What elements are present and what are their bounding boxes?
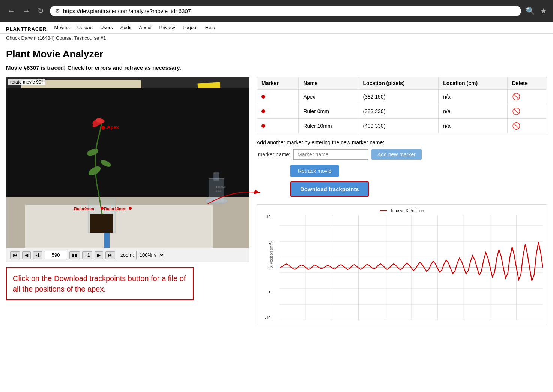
download-section: Download trackpoints — [257, 181, 369, 197]
video-frame[interactable]: 1m 600 21,7 — [6, 77, 249, 248]
marker-loc-px-ruler0: (383,330) — [358, 104, 439, 119]
nav-logout[interactable]: Logout — [183, 25, 198, 33]
marker-dot-cell — [257, 119, 299, 133]
marker-name-input[interactable] — [293, 149, 368, 160]
marker-loc-px-apex: (382,150) — [358, 90, 439, 104]
table-row: Ruler 0mm (383,330) n/a 🚫 — [257, 104, 547, 119]
svg-rect-14 — [90, 214, 113, 233]
svg-text:Ruler10mm: Ruler10mm — [104, 206, 126, 211]
next-frame-button[interactable]: ▶ — [95, 251, 103, 259]
browser-chrome: ← → ↻ ⚙ https://dev.planttracer.com/anal… — [0, 0, 553, 22]
security-icon: ⚙ — [55, 8, 60, 14]
svg-text:1m 600: 1m 600 — [216, 185, 226, 189]
add-marker-row: marker name: Add new marker — [257, 149, 547, 160]
browser-right-icons: 🔍 ★ — [526, 6, 547, 15]
chart-svg-container — [280, 215, 543, 320]
delete-ruler10-cell[interactable]: 🚫 — [507, 119, 547, 133]
right-column: Marker Name Location (pixels) Location (… — [257, 77, 547, 324]
plant-scene-svg: 1m 600 21,7 — [6, 77, 249, 248]
download-button[interactable]: Download trackpoints — [290, 181, 369, 197]
skip-fwd-button[interactable]: ⏭ — [105, 251, 115, 259]
marker-loc-cm-ruler0: n/a — [439, 104, 507, 119]
marker-dot-cell — [257, 90, 299, 104]
col-name: Name — [299, 77, 358, 90]
svg-rect-10 — [214, 173, 219, 180]
url-text: https://dev.planttracer.com/analyze?movi… — [63, 8, 191, 14]
chart-svg — [280, 215, 543, 320]
y-axis-area: X Position (mm) 10 5 0 -5 -10 — [261, 215, 280, 320]
user-info: Chuck Darwin (16484) Course: Test course… — [0, 34, 553, 42]
svg-text:Ruler0mm: Ruler0mm — [74, 206, 94, 211]
skip-back-button[interactable]: ⏮ — [10, 251, 20, 259]
back-button[interactable]: ← — [6, 5, 17, 17]
tooltip-box: Click on the Download trackpoints button… — [6, 267, 194, 300]
movie-status: Movie #6307 is traced! Check for errors … — [6, 64, 547, 71]
col-location-cm: Location (cm) — [439, 77, 507, 90]
zoom-label: zoom: — [120, 252, 134, 258]
marker-name-ruler0: Ruler 0mm — [299, 104, 358, 119]
nav-brand: PLANTTRACER — [6, 26, 47, 32]
frame-number-input[interactable] — [45, 251, 67, 259]
marker-dot-ruler0 — [261, 109, 265, 113]
add-marker-button[interactable]: Add new marker — [371, 149, 422, 160]
nav-bar: PLANTTRACER Movies Upload Users Audit Ab… — [0, 22, 553, 34]
marker-dot-ruler10 — [261, 124, 265, 128]
nav-audit[interactable]: Audit — [120, 25, 132, 33]
add-marker-section: Add another marker by entering the new m… — [257, 139, 547, 160]
main-content: Plant Movie Analyzer Movie #6307 is trac… — [0, 42, 553, 330]
video-container: rotate movie 90° — [6, 77, 249, 262]
nav-privacy[interactable]: Privacy — [159, 25, 175, 33]
marker-name-label: marker name: — [257, 151, 290, 157]
marker-loc-cm-apex: n/a — [439, 90, 507, 104]
retrack-button[interactable]: Retrack movie — [290, 165, 339, 177]
svg-rect-6 — [25, 205, 213, 248]
pause-button[interactable]: ▮▮ — [69, 251, 80, 259]
marker-dot-cell — [257, 104, 299, 119]
nav-movies[interactable]: Movies — [54, 25, 70, 33]
svg-point-27 — [129, 207, 132, 210]
add-marker-prompt: Add another marker by entering the new m… — [257, 139, 547, 145]
y-axis-title: X Position (mm) — [269, 240, 273, 270]
y-label-10: 10 — [261, 215, 270, 219]
chart-container: Time vs X Position X Position (mm) 10 5 … — [257, 204, 547, 324]
y-label-neg10: -10 — [261, 316, 270, 320]
rotate-label: rotate movie 90° — [8, 79, 45, 85]
legend-line — [380, 210, 387, 211]
chart-area: X Position (mm) 10 5 0 -5 -10 — [261, 215, 543, 320]
svg-rect-7 — [104, 231, 110, 248]
address-bar[interactable]: ⚙ https://dev.planttracer.com/analyze?mo… — [50, 6, 521, 16]
bookmark-icon: ★ — [540, 6, 547, 15]
page-title: Plant Movie Analyzer — [6, 48, 547, 60]
prev-frame-button[interactable]: ◀ — [22, 251, 31, 259]
nav-upload[interactable]: Upload — [77, 25, 93, 33]
delete-ruler0-icon[interactable]: 🚫 — [512, 108, 520, 115]
col-marker: Marker — [257, 77, 299, 90]
chart-legend-label: Time vs X Position — [390, 208, 424, 213]
nav-help[interactable]: Help — [205, 25, 215, 33]
delete-ruler10-icon[interactable]: 🚫 — [512, 122, 520, 130]
left-column: rotate movie 90° — [6, 77, 249, 300]
forward-button[interactable]: → — [21, 5, 32, 17]
reload-button[interactable]: ↻ — [36, 5, 45, 17]
col-delete: Delete — [507, 77, 547, 90]
marker-name-ruler10: Ruler 10mm — [299, 119, 358, 133]
svg-point-22 — [101, 126, 105, 130]
marker-dot-apex — [261, 95, 265, 99]
two-column-layout: rotate movie 90° — [6, 77, 547, 324]
svg-point-26 — [101, 207, 104, 210]
col-location-px: Location (pixels) — [358, 77, 439, 90]
delete-apex-cell[interactable]: 🚫 — [507, 90, 547, 104]
zoom-select[interactable]: 100% ∨ — [136, 251, 165, 259]
nav-users[interactable]: Users — [100, 25, 113, 33]
marker-loc-cm-ruler10: n/a — [439, 119, 507, 133]
svg-text:21,7: 21,7 — [216, 189, 222, 192]
plus-one-button[interactable]: +1 — [82, 251, 93, 259]
delete-apex-icon[interactable]: 🚫 — [512, 93, 520, 100]
nav-about[interactable]: About — [139, 25, 152, 33]
delete-ruler0-cell[interactable]: 🚫 — [507, 104, 547, 119]
table-row: Ruler 10mm (409,330) n/a 🚫 — [257, 119, 547, 133]
markers-table: Marker Name Location (pixels) Location (… — [257, 77, 547, 133]
chart-legend: Time vs X Position — [261, 208, 543, 213]
minus-one-button[interactable]: -1 — [33, 251, 42, 259]
video-controls: ⏮ ◀ -1 ▮▮ +1 ▶ ⏭ zoom: 100% ∨ — [6, 248, 249, 262]
